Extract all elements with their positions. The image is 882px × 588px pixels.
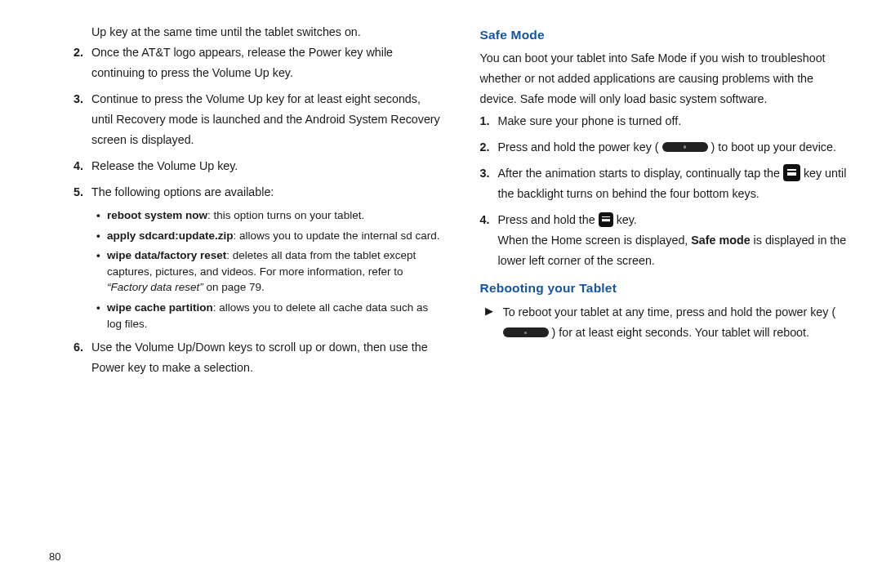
safe-mode-intro: You can boot your tablet into Safe Mode … (480, 48, 850, 109)
option-wipe-cache: wipe cache partition: allows you to dele… (96, 300, 443, 332)
continuation-line: Up key at the same time until the tablet… (91, 22, 443, 42)
step-marker: 2. (480, 137, 490, 158)
reboot-text-a: To reboot your tablet at any time, press… (503, 305, 836, 318)
option-crossref: “Factory data reset” (107, 281, 207, 293)
menu-key-icon (783, 164, 800, 181)
option-name: reboot system now (107, 209, 207, 221)
option-name: apply sdcard:update.zip (107, 229, 234, 242)
option-crossref-page: on page 79. (207, 281, 265, 293)
step-marker: 3. (480, 163, 490, 184)
recovery-step-3: 3. Continue to press the Volume Up key f… (74, 89, 443, 150)
safe-mode-label: Safe mode (691, 234, 750, 247)
safe-mode-step-4: 4. Press and hold the key. When the Home… (480, 210, 850, 271)
step-text-b: key. (613, 213, 637, 226)
safe-mode-heading: Safe Mode (480, 24, 850, 46)
step-marker: 2. (74, 42, 83, 63)
step-marker: 5. (74, 182, 83, 203)
recovery-step-2: 2. Once the AT&T logo appears, release t… (74, 42, 443, 83)
recovery-options: reboot system now: this option turns on … (96, 207, 443, 332)
safe-mode-step-3: 3. After the animation starts to display… (480, 163, 850, 204)
menu-key-icon (599, 212, 613, 227)
step-marker: 4. (480, 210, 490, 230)
reboot-text-b: ) for at least eight seconds. Your table… (549, 326, 809, 339)
followup-a: When the Home screen is displayed, (498, 234, 692, 247)
step-text: Use the Volume Up/Down keys to scroll up… (91, 341, 428, 374)
step-text-a: After the animation starts to display, c… (498, 167, 783, 180)
safe-mode-step-1: 1. Make sure your phone is turned off. (480, 111, 850, 131)
right-column: Safe Mode You can boot your tablet into … (480, 20, 850, 384)
option-name: wipe data/factory reset (107, 249, 226, 261)
step-marker: 1. (480, 111, 490, 131)
step-text-b: ) to boot up your device. (708, 140, 836, 154)
power-key-icon (503, 327, 549, 337)
power-key-icon (662, 142, 708, 152)
step-4-followup: When the Home screen is displayed, Safe … (498, 230, 850, 271)
recovery-step-5: 5. The following options are available: … (74, 182, 443, 332)
option-desc: : this option turns on your tablet. (207, 209, 364, 221)
option-reboot: reboot system now: this option turns on … (96, 207, 443, 224)
left-column: Up key at the same time until the tablet… (37, 20, 443, 384)
step-text: Make sure your phone is turned off. (498, 114, 682, 127)
option-name: wipe cache partition (107, 301, 213, 314)
rebooting-heading: Rebooting your Tablet (480, 277, 850, 299)
step-marker: 3. (74, 89, 83, 109)
step-text-a: Press and hold the (498, 213, 599, 226)
recovery-step-6: 6. Use the Volume Up/Down keys to scroll… (74, 337, 443, 378)
step-text: Continue to press the Volume Up key for … (91, 92, 440, 146)
safe-mode-step-2: 2. Press and hold the power key ( ) to b… (480, 137, 850, 158)
step-text: The following options are available: (91, 185, 274, 198)
recovery-steps: 2. Once the AT&T logo appears, release t… (74, 42, 443, 378)
step-text: Release the Volume Up key. (91, 159, 238, 172)
recovery-step-4: 4. Release the Volume Up key. (74, 156, 443, 176)
safe-mode-steps: 1. Make sure your phone is turned off. 2… (480, 111, 850, 271)
option-wipe-data: wipe data/factory reset: deletes all dat… (96, 247, 443, 296)
step-text: Once the AT&T logo appears, release the … (91, 46, 393, 79)
option-apply-sdcard: apply sdcard:update.zip: allows you to u… (96, 228, 443, 244)
step-marker: 6. (74, 337, 83, 358)
step-marker: 4. (74, 156, 83, 176)
option-desc: : allows you to update the internal sd c… (234, 229, 440, 242)
page-columns: Up key at the same time until the tablet… (0, 0, 882, 384)
reboot-instruction: To reboot your tablet at any time, press… (480, 302, 850, 343)
page-number: 80 (49, 548, 60, 567)
step-text-a: Press and hold the power key ( (498, 140, 662, 154)
